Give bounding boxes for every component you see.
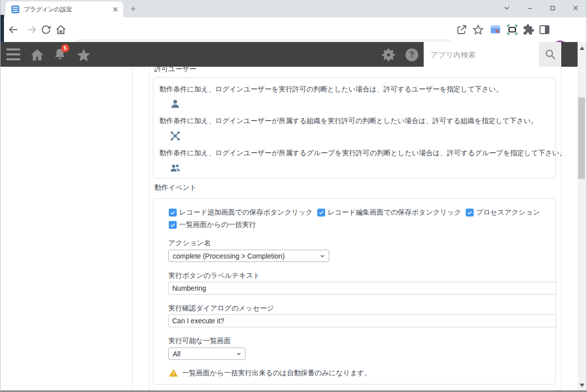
browser-tab-plugin-settings[interactable]: プラグインの設定 bbox=[5, 1, 123, 17]
puzzle-icon bbox=[523, 24, 535, 36]
confirm-dialog-label: 実行確認ダイアログのメッセージ bbox=[168, 304, 274, 313]
star-outline-icon bbox=[472, 24, 484, 36]
user-icon[interactable] bbox=[170, 98, 181, 109]
permitted-users-box: 動作条件に加え、ログインユーザーを実行許可の判断としたい場合は、許可するユーザー… bbox=[153, 77, 556, 178]
action-events-box: レコード追加画面での保存ボタンクリック レコード編集画面での保存ボタンクリック … bbox=[153, 198, 556, 385]
split-window-icon bbox=[538, 24, 550, 36]
share-button[interactable] bbox=[456, 24, 468, 36]
app-home-icon[interactable] bbox=[30, 47, 45, 62]
page-content: 許可ユーザー 動作条件に加え、ログインユーザーを実行許可の判断としたい場合は、許… bbox=[0, 42, 579, 391]
reload-icon bbox=[40, 24, 52, 36]
close-icon bbox=[572, 4, 579, 11]
plus-icon bbox=[130, 5, 137, 12]
action-name-select[interactable]: complete (Processing > Completion) bbox=[168, 250, 329, 262]
permitted-users-instruction: 動作条件に加え、ログインユーザーを実行許可の判断としたい場合は、許可するユーザー… bbox=[159, 85, 503, 94]
extension-sidepanel-icon[interactable] bbox=[538, 24, 550, 36]
scrollbar[interactable] bbox=[578, 42, 587, 391]
browser-toolbar: pandafirm.cybozu.com/k/admin/app/1860/pl… bbox=[0, 17, 587, 42]
favorites-star-icon[interactable] bbox=[76, 47, 92, 63]
share-icon bbox=[456, 24, 468, 36]
hamburger-menu-icon[interactable] bbox=[6, 48, 20, 60]
tab-close-icon[interactable] bbox=[111, 5, 119, 13]
notification-badge: 5 bbox=[61, 44, 69, 52]
window-frame-edge bbox=[0, 15, 4, 42]
extension-capture-icon[interactable] bbox=[506, 24, 518, 36]
reload-button[interactable] bbox=[40, 24, 52, 36]
checkbox-bulk-exec-list[interactable]: 一覧画面からの一括実行 bbox=[169, 220, 256, 229]
action-name-label: アクション名 bbox=[168, 239, 211, 248]
executable-list-view-select[interactable]: All bbox=[168, 348, 245, 360]
minimize-icon bbox=[527, 5, 533, 11]
chevron-down-icon bbox=[503, 4, 510, 11]
window-extension-icon bbox=[489, 24, 501, 36]
executable-list-view-label: 実行可能な一覧画面 bbox=[168, 337, 231, 346]
new-tab-button[interactable] bbox=[127, 3, 139, 15]
forward-button[interactable] bbox=[26, 24, 38, 36]
exec-button-label: 実行ボタンのラベルテキスト bbox=[168, 271, 260, 280]
group-icon[interactable] bbox=[170, 163, 181, 174]
organization-icon[interactable] bbox=[170, 131, 181, 141]
bulk-exec-warning: 一覧画面から一括実行出来るのは自動採番のみになります。 bbox=[169, 368, 371, 378]
help-icon[interactable] bbox=[405, 48, 418, 61]
maximize-button[interactable] bbox=[542, 0, 562, 16]
kintone-favicon-icon bbox=[11, 5, 19, 13]
permitted-orgs-instruction: 動作条件に加え、ログインユーザーが所属する組織を実行許可の判断としたい場合は、許… bbox=[159, 117, 538, 126]
checkbox-record-edit-save[interactable]: レコード編集画面での保存ボタンクリック bbox=[317, 208, 461, 217]
scrollbar-up-arrow[interactable] bbox=[580, 46, 585, 50]
checkbox-checked-icon bbox=[317, 209, 325, 217]
settings-gear-icon[interactable] bbox=[382, 48, 395, 61]
checkbox-process-action[interactable]: プロセスアクション bbox=[466, 208, 540, 217]
close-button[interactable] bbox=[566, 0, 586, 16]
capture-frame-icon bbox=[506, 24, 518, 36]
back-arrow-icon bbox=[7, 24, 19, 36]
confirm-dialog-message-input[interactable] bbox=[168, 314, 556, 327]
notifications-bell-icon[interactable]: 5 bbox=[53, 47, 69, 63]
warning-icon bbox=[169, 368, 178, 378]
plugin-settings-panel: 許可ユーザー 動作条件に加え、ログインユーザーを実行許可の判断としたい場合は、許… bbox=[149, 61, 561, 391]
home-button[interactable] bbox=[55, 24, 67, 36]
checkbox-record-add-save[interactable]: レコード追加画面での保存ボタンクリック bbox=[169, 208, 313, 217]
action-events-label: 動作イベント bbox=[154, 183, 196, 192]
browser-window: プラグインの設定 bbox=[0, 0, 587, 392]
tab-search-button[interactable] bbox=[497, 0, 517, 16]
home-icon bbox=[55, 24, 67, 36]
exec-button-label-input[interactable] bbox=[168, 282, 556, 295]
checkbox-checked-icon bbox=[169, 221, 177, 229]
tab-title: プラグインの設定 bbox=[24, 5, 111, 14]
search-icon bbox=[544, 48, 556, 60]
chevron-down-icon bbox=[319, 253, 326, 259]
back-button[interactable] bbox=[7, 24, 19, 36]
extension-screenshot-icon[interactable] bbox=[489, 24, 501, 36]
checkbox-checked-icon bbox=[466, 209, 474, 217]
left-sidebar bbox=[0, 67, 133, 391]
minimize-button[interactable] bbox=[520, 0, 539, 16]
extensions-menu-button[interactable] bbox=[523, 24, 535, 36]
tab-strip: プラグインの設定 bbox=[0, 0, 587, 17]
scrollbar-thumb[interactable] bbox=[578, 97, 585, 179]
maximize-icon bbox=[549, 5, 556, 11]
chevron-down-icon bbox=[236, 350, 242, 357]
app-search-button[interactable] bbox=[539, 42, 561, 67]
permitted-groups-instruction: 動作条件に加え、ログインユーザーが所属するグループを実行許可の判断としたい場合は… bbox=[159, 149, 566, 158]
forward-arrow-icon bbox=[26, 24, 38, 36]
scrollbar-down-arrow[interactable] bbox=[580, 384, 585, 387]
bookmark-button[interactable] bbox=[472, 24, 484, 36]
checkbox-checked-icon bbox=[169, 209, 177, 217]
app-search-input[interactable] bbox=[424, 42, 539, 67]
